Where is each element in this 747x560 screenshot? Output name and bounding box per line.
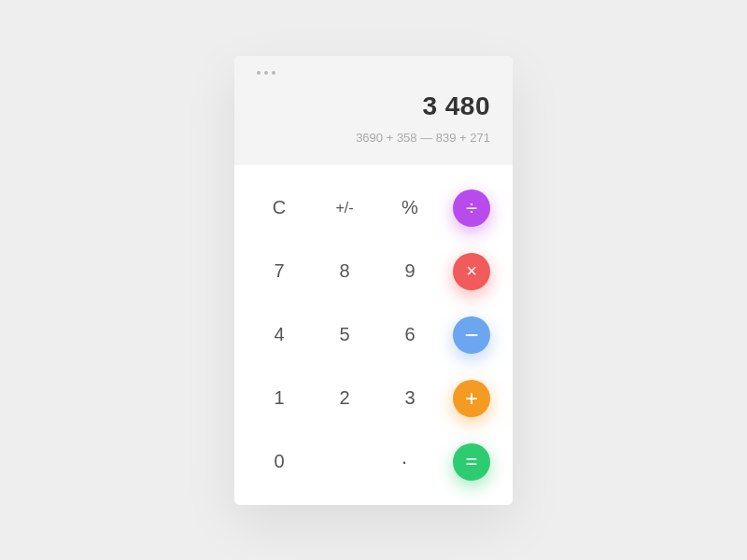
keypad: C +/- % ÷ 7 8 9 × 4 5 6 − 1 2 3 + 0 · =	[234, 165, 513, 505]
multiply-button[interactable]: ×	[453, 253, 490, 290]
digit-2-button[interactable]: 2	[322, 380, 367, 417]
calculator-app: 3 480 3690 + 358 — 839 + 271 C +/- % ÷ 7…	[234, 56, 513, 505]
result-value: 3 480	[257, 91, 490, 121]
display-area: 3 480 3690 + 358 — 839 + 271	[234, 56, 513, 165]
digit-6-button[interactable]: 6	[388, 316, 432, 354]
digit-4-button[interactable]: 4	[257, 316, 302, 354]
digit-3-button[interactable]: 3	[388, 380, 432, 417]
percent-button[interactable]: %	[388, 189, 432, 227]
clear-button[interactable]: C	[257, 189, 302, 227]
menu-icon[interactable]	[257, 71, 490, 75]
digit-8-button[interactable]: 8	[322, 253, 367, 290]
equals-button[interactable]: =	[453, 443, 490, 481]
digit-9-button[interactable]: 9	[388, 253, 432, 290]
divide-button[interactable]: ÷	[453, 189, 490, 227]
decimal-button[interactable]: ·	[382, 443, 427, 481]
plus-button[interactable]: +	[453, 380, 490, 417]
digit-7-button[interactable]: 7	[257, 253, 302, 290]
minus-button[interactable]: −	[453, 316, 490, 354]
digit-0-button[interactable]: 0	[257, 443, 302, 481]
digit-5-button[interactable]: 5	[322, 316, 367, 354]
digit-1-button[interactable]: 1	[257, 380, 302, 417]
expression-history: 3690 + 358 — 839 + 271	[257, 131, 490, 145]
sign-button[interactable]: +/-	[322, 189, 367, 227]
